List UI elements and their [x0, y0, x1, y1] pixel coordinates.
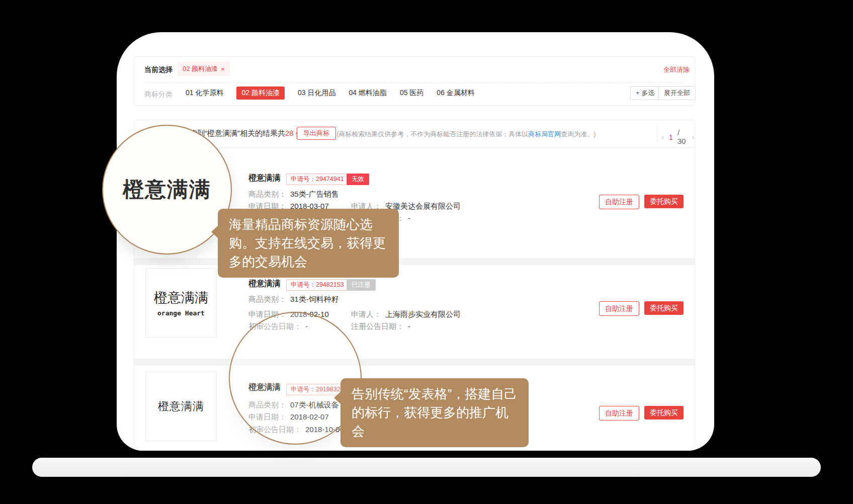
- tooltip-arrow: [334, 391, 341, 404]
- prev-page-icon[interactable]: ‹: [661, 133, 664, 141]
- trademark-office-link[interactable]: 商标局官网: [528, 130, 561, 138]
- magnified-trademark-text: 橙意满满: [123, 176, 211, 204]
- results-header: 当前分类下检索到“橙意满满”相关的结果共28 个 导出商标 (商标检索结果仅供参…: [134, 120, 695, 148]
- self-register-button[interactable]: 自助注册: [599, 301, 639, 316]
- expand-all-button[interactable]: 展开全部: [658, 86, 696, 100]
- self-register-button[interactable]: 自助注册: [599, 195, 639, 209]
- self-register-button[interactable]: 自助注册: [599, 406, 639, 421]
- next-page-icon[interactable]: ›: [692, 133, 695, 141]
- trademark-name[interactable]: 橙意满满: [248, 279, 281, 289]
- status-badge: 已注册: [347, 279, 376, 291]
- selected-filter-tag-label: 02 颜料油漆: [183, 64, 218, 73]
- application-no-badge: 申请号：29482153: [286, 279, 349, 291]
- close-icon[interactable]: ×: [221, 65, 225, 73]
- current-selection-label: 当前选择: [144, 65, 173, 74]
- current-page: 1: [669, 133, 673, 141]
- tooltip-arrow: [211, 225, 218, 238]
- total-pages: / 30: [677, 128, 687, 145]
- divider: [144, 82, 685, 83]
- entrust-buy-button[interactable]: 委托购买: [644, 195, 684, 208]
- entrust-buy-button[interactable]: 委托购买: [644, 301, 684, 315]
- entrust-buy-button[interactable]: 委托购买: [644, 406, 684, 419]
- trademark-image: 橙意满满: [145, 372, 217, 441]
- category-tab-02-active[interactable]: 02 颜料油漆: [236, 87, 284, 100]
- clear-all-button[interactable]: 全部清除: [663, 65, 690, 74]
- trademark-name[interactable]: 橙意满满: [248, 173, 281, 184]
- application-no-badge: 申请号：29474941: [286, 174, 349, 185]
- category-line: 商品类别：35类-广告销售: [248, 190, 339, 199]
- multi-select-button[interactable]: + 多选: [630, 86, 660, 100]
- status-badge: 无效: [347, 174, 369, 185]
- category-tab-06[interactable]: 06 金属材料: [437, 89, 474, 98]
- selected-filter-tag[interactable]: 02 颜料油漆 ×: [178, 62, 230, 76]
- stage: 当前选择 02 颜料油漆 × 全部清除 商标分类 01 化学原料 02 颜料油漆…: [0, 0, 853, 504]
- row-gap: [134, 359, 695, 366]
- reg-notice-line: 注册公告日期：-: [351, 322, 410, 331]
- category-tab-05[interactable]: 05 医药: [400, 89, 423, 98]
- applicant-line: 申请人：上海雨步实业有限公司: [351, 310, 461, 319]
- export-trademarks-button[interactable]: 导出商标: [297, 127, 336, 140]
- category-tab-04[interactable]: 04 燃料油脂: [349, 89, 386, 98]
- results-count: 28: [285, 129, 294, 137]
- category-tabs: 01 化学原料 02 颜料油漆 03 日化用品 04 燃料油脂 05 医药 06…: [186, 86, 475, 100]
- device-base-bar: [32, 458, 821, 477]
- divider: [657, 125, 657, 142]
- category-line: 商品类别：31类-饲料种籽: [248, 295, 339, 304]
- filter-card: 当前选择 02 颜料油漆 × 全部清除 商标分类 01 化学原料 02 颜料油漆…: [134, 56, 695, 106]
- category-tab-01[interactable]: 01 化学原料: [186, 89, 223, 98]
- promo-tooltip-build: 告别传统“发表格”，搭建自己的标行，获得更多的推广机会: [340, 378, 529, 447]
- category-filter-label: 商标分类: [144, 90, 173, 99]
- category-tab-03[interactable]: 03 日化用品: [298, 89, 335, 98]
- pagination: ‹ 1 / 30 ›: [661, 128, 695, 145]
- results-disclaimer: (商标检索结果仅供参考，不作为商标能否注册的法律依据；具体以商标局官网查询为准。…: [336, 130, 596, 139]
- promo-tooltip-trade: 海量精品商标资源随心选购。支持在线交易，获得更多的交易机会: [218, 209, 399, 278]
- trademark-image: 橙意满满 orange Heart: [145, 268, 217, 338]
